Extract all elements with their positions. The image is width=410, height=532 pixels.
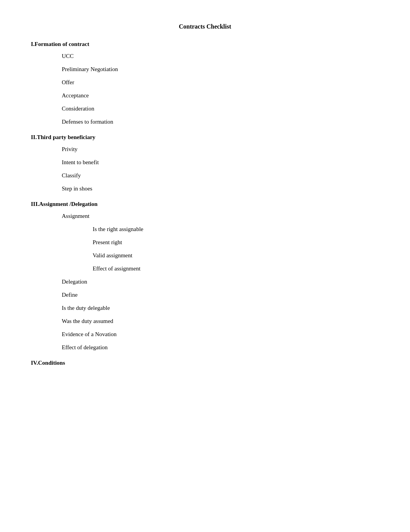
item-privity: Privity [62,144,379,154]
item-consideration: Consideration [62,104,379,113]
item-acceptance: Acceptance [62,91,379,100]
item-is-the-duty-delegable: Is the duty delegable [62,303,379,313]
item-present-right: Present right [93,238,379,247]
section-section-ii: II.Third party beneficiaryPrivityIntent … [31,134,379,193]
item-effect-of-delegation: Effect of delegation [62,343,379,352]
section-section-i: I.Formation of contractUCCPreliminary Ne… [31,41,379,126]
item-valid-assignment: Valid assignment [93,251,379,260]
page-title: Contracts Checklist [31,23,379,30]
item-intent-to-benefit: Intent to benefit [62,158,379,167]
item-preliminary-negotiation: Preliminary Negotiation [62,65,379,74]
item-effect-of-assignment: Effect of assignment [93,264,379,273]
item-delegation: Delegation [62,277,379,286]
item-evidence-of-novation: Evidence of a Novation [62,330,379,339]
item-defenses-to-formation: Defenses to formation [62,117,379,126]
item-step-in-shoes: Step in shoes [62,184,379,193]
section-header-section-ii: II.Third party beneficiary [31,134,379,141]
item-ucc: UCC [62,51,379,61]
section-section-iii: III.Assignment /DelegationAssignmentIs t… [31,201,379,352]
section-header-section-iv: IV.Conditions [31,360,379,366]
item-was-the-duty-assumed: Was the duty assumed [62,316,379,326]
section-section-iv: IV.Conditions [31,360,379,366]
section-header-section-i: I.Formation of contract [31,41,379,48]
item-classify: Classify [62,171,379,180]
item-define: Define [62,290,379,299]
item-offer: Offer [62,78,379,87]
item-assignment: Assignment [62,211,379,221]
section-header-section-iii: III.Assignment /Delegation [31,201,379,207]
item-is-the-right-assignable: Is the right assignable [93,224,379,234]
